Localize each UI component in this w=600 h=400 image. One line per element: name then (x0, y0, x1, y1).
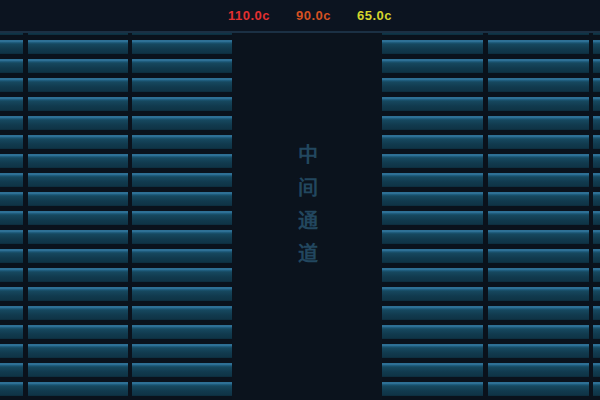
thermal-monitor-screen: 110.0c90.0c65.0c 中间通道 (0, 0, 600, 400)
middle-channel-label: 中间通道 (293, 144, 322, 276)
rack-grid: 中间通道 (0, 33, 600, 400)
right-rack-block (382, 33, 600, 400)
rack-column[interactable] (132, 33, 232, 400)
legend-bar: 110.0c90.0c65.0c (0, 0, 600, 33)
temperature-legend: 110.0c90.0c65.0c (10, 0, 600, 31)
middle-channel: 中间通道 (232, 33, 382, 400)
rack-column[interactable] (593, 33, 600, 400)
temperature-threshold-label: 65.0c (357, 8, 392, 23)
rack-column[interactable] (28, 33, 128, 400)
rack-column[interactable] (488, 33, 589, 400)
temperature-threshold-label: 90.0c (296, 8, 331, 23)
rack-column[interactable] (0, 33, 23, 400)
temperature-threshold-label: 110.0c (228, 8, 270, 23)
rack-column[interactable] (382, 33, 483, 400)
left-rack-block (0, 33, 232, 400)
